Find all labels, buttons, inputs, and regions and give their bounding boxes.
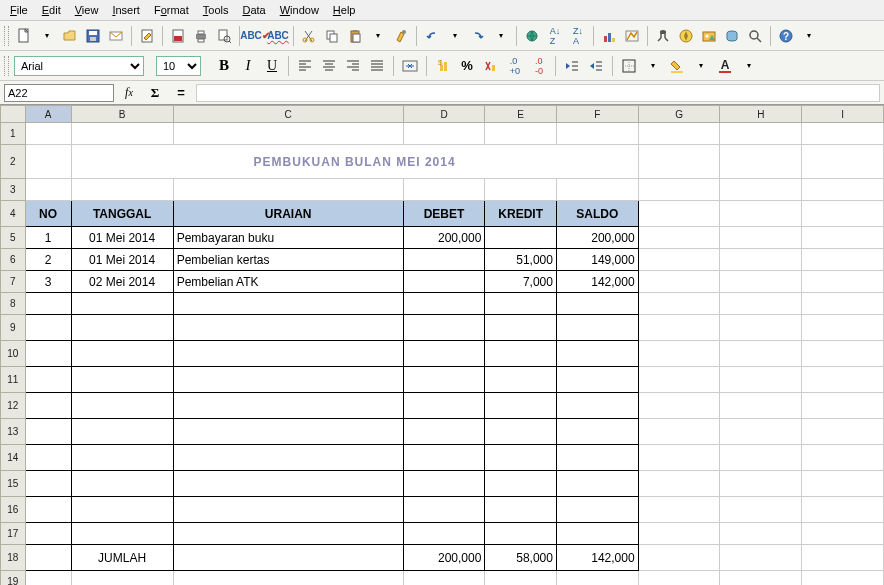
cell-tgl[interactable]: 01 Mei 2014 xyxy=(71,227,173,249)
row-header[interactable]: 9 xyxy=(1,315,26,341)
row-header[interactable]: 4 xyxy=(1,201,26,227)
cell-kredit[interactable]: 7,000 xyxy=(485,271,557,293)
show-draw-icon[interactable] xyxy=(621,25,643,47)
add-decimal-icon[interactable]: .0+0 xyxy=(504,55,526,77)
row-header[interactable]: 16 xyxy=(1,497,26,523)
col-header-A[interactable]: A xyxy=(25,106,71,123)
menu-view[interactable]: View xyxy=(69,2,105,18)
cell-tgl[interactable]: 02 Mei 2014 xyxy=(71,271,173,293)
fontcolor-icon[interactable]: A xyxy=(714,55,736,77)
menu-help[interactable]: Help xyxy=(327,2,362,18)
zoom-icon[interactable] xyxy=(744,25,766,47)
bgcolor-dropdown-icon[interactable]: ▾ xyxy=(690,55,712,77)
row-header[interactable]: 12 xyxy=(1,393,26,419)
chart-icon[interactable] xyxy=(598,25,620,47)
font-size-select[interactable]: 10 xyxy=(156,56,201,76)
increase-indent-icon[interactable] xyxy=(585,55,607,77)
cell-saldo[interactable]: 142,000 xyxy=(556,271,638,293)
col-header-F[interactable]: F xyxy=(556,106,638,123)
row-header[interactable]: 6 xyxy=(1,249,26,271)
menu-insert[interactable]: Insert xyxy=(106,2,146,18)
col-header-C[interactable]: C xyxy=(173,106,403,123)
row-header[interactable]: 3 xyxy=(1,179,26,201)
align-justify-icon[interactable] xyxy=(366,55,388,77)
undo-dropdown-icon[interactable]: ▾ xyxy=(444,25,466,47)
sum-icon[interactable]: Σ xyxy=(144,82,166,104)
cell-uraian[interactable]: Pembelian ATK xyxy=(173,271,403,293)
cell-kredit[interactable]: 51,000 xyxy=(485,249,557,271)
borders-dropdown-icon[interactable]: ▾ xyxy=(642,55,664,77)
col-header-B[interactable]: B xyxy=(71,106,173,123)
print-preview-icon[interactable] xyxy=(213,25,235,47)
toolbar-handle[interactable] xyxy=(4,26,9,46)
cell-uraian[interactable]: Pembayaran buku xyxy=(173,227,403,249)
email-icon[interactable] xyxy=(105,25,127,47)
cell-no[interactable]: 2 xyxy=(25,249,71,271)
select-all-corner[interactable] xyxy=(1,106,26,123)
delete-decimal-icon[interactable]: .0-0 xyxy=(528,55,550,77)
cell-total-label[interactable]: JUMLAH xyxy=(71,545,173,571)
row-header[interactable]: 1 xyxy=(1,123,26,145)
sheet-title[interactable]: PEMBUKUAN BULAN MEI 2014 xyxy=(71,145,638,179)
header-tanggal[interactable]: TANGGAL xyxy=(71,201,173,227)
cell-no[interactable]: 3 xyxy=(25,271,71,293)
format-paintbrush-icon[interactable] xyxy=(390,25,412,47)
open-icon[interactable] xyxy=(59,25,81,47)
merge-cells-icon[interactable] xyxy=(399,55,421,77)
redo-dropdown-icon[interactable]: ▾ xyxy=(490,25,512,47)
new-dropdown-icon[interactable]: ▾ xyxy=(36,25,58,47)
navigator-icon[interactable] xyxy=(675,25,697,47)
cell-debet[interactable] xyxy=(403,271,485,293)
row-header[interactable]: 18 xyxy=(1,545,26,571)
row-header[interactable]: 11 xyxy=(1,367,26,393)
menu-file[interactable]: File xyxy=(4,2,34,18)
col-header-H[interactable]: H xyxy=(720,106,802,123)
paste-icon[interactable] xyxy=(344,25,366,47)
header-debet[interactable]: DEBET xyxy=(403,201,485,227)
cell[interactable] xyxy=(25,123,71,145)
header-saldo[interactable]: SALDO xyxy=(556,201,638,227)
align-center-icon[interactable] xyxy=(318,55,340,77)
standard-format-icon[interactable] xyxy=(480,55,502,77)
header-uraian[interactable]: URAIAN xyxy=(173,201,403,227)
sort-asc-icon[interactable]: A↓Z xyxy=(544,25,566,47)
menu-window[interactable]: Window xyxy=(274,2,325,18)
underline-icon[interactable]: U xyxy=(261,55,283,77)
col-header-G[interactable]: G xyxy=(638,106,720,123)
menu-data[interactable]: Data xyxy=(236,2,271,18)
col-header-I[interactable]: I xyxy=(802,106,884,123)
cell-no[interactable]: 1 xyxy=(25,227,71,249)
cell-total-kredit[interactable]: 58,000 xyxy=(485,545,557,571)
row-header[interactable]: 5 xyxy=(1,227,26,249)
export-pdf-icon[interactable] xyxy=(167,25,189,47)
cell-saldo[interactable]: 200,000 xyxy=(556,227,638,249)
currency-icon[interactable]: $ xyxy=(432,55,454,77)
name-box[interactable] xyxy=(4,84,114,102)
toolbar-handle[interactable] xyxy=(4,56,9,76)
cell-kredit[interactable] xyxy=(485,227,557,249)
align-right-icon[interactable] xyxy=(342,55,364,77)
borders-icon[interactable] xyxy=(618,55,640,77)
spellcheck-icon[interactable]: ABC✔ xyxy=(244,25,266,47)
paste-dropdown-icon[interactable]: ▾ xyxy=(367,25,389,47)
menu-tools[interactable]: Tools xyxy=(197,2,235,18)
menu-edit[interactable]: Edit xyxy=(36,2,67,18)
cell-debet[interactable]: 200,000 xyxy=(403,227,485,249)
fontcolor-dropdown-icon[interactable]: ▾ xyxy=(738,55,760,77)
row-header[interactable]: 14 xyxy=(1,445,26,471)
row-header[interactable]: 13 xyxy=(1,419,26,445)
italic-icon[interactable]: I xyxy=(237,55,259,77)
hyperlink-icon[interactable] xyxy=(521,25,543,47)
sort-desc-icon[interactable]: Z↓A xyxy=(567,25,589,47)
percent-icon[interactable]: % xyxy=(456,55,478,77)
decrease-indent-icon[interactable] xyxy=(561,55,583,77)
gallery-icon[interactable] xyxy=(698,25,720,47)
cell-debet[interactable] xyxy=(403,249,485,271)
undo-icon[interactable] xyxy=(421,25,443,47)
row-header[interactable]: 17 xyxy=(1,523,26,545)
row-header[interactable]: 19 xyxy=(1,571,26,586)
header-no[interactable]: NO xyxy=(25,201,71,227)
col-header-D[interactable]: D xyxy=(403,106,485,123)
print-icon[interactable] xyxy=(190,25,212,47)
align-left-icon[interactable] xyxy=(294,55,316,77)
